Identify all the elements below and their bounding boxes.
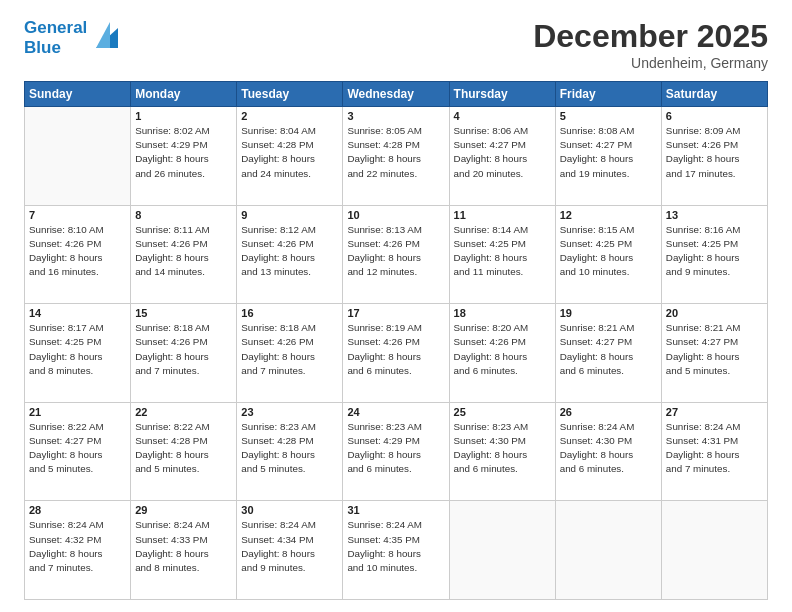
logo: General Blue xyxy=(24,18,122,57)
day-number: 22 xyxy=(135,406,232,418)
calendar-cell: 1Sunrise: 8:02 AM Sunset: 4:29 PM Daylig… xyxy=(131,107,237,206)
calendar-cell: 5Sunrise: 8:08 AM Sunset: 4:27 PM Daylig… xyxy=(555,107,661,206)
day-info: Sunrise: 8:22 AM Sunset: 4:27 PM Dayligh… xyxy=(29,420,126,477)
day-number: 5 xyxy=(560,110,657,122)
calendar-cell: 3Sunrise: 8:05 AM Sunset: 4:28 PM Daylig… xyxy=(343,107,449,206)
calendar-week-row: 14Sunrise: 8:17 AM Sunset: 4:25 PM Dayli… xyxy=(25,304,768,403)
day-number: 2 xyxy=(241,110,338,122)
calendar-cell: 18Sunrise: 8:20 AM Sunset: 4:26 PM Dayli… xyxy=(449,304,555,403)
day-info: Sunrise: 8:08 AM Sunset: 4:27 PM Dayligh… xyxy=(560,124,657,181)
day-info: Sunrise: 8:18 AM Sunset: 4:26 PM Dayligh… xyxy=(135,321,232,378)
day-number: 15 xyxy=(135,307,232,319)
day-info: Sunrise: 8:06 AM Sunset: 4:27 PM Dayligh… xyxy=(454,124,551,181)
calendar-cell: 13Sunrise: 8:16 AM Sunset: 4:25 PM Dayli… xyxy=(661,205,767,304)
calendar-cell: 8Sunrise: 8:11 AM Sunset: 4:26 PM Daylig… xyxy=(131,205,237,304)
day-number: 19 xyxy=(560,307,657,319)
day-info: Sunrise: 8:09 AM Sunset: 4:26 PM Dayligh… xyxy=(666,124,763,181)
day-info: Sunrise: 8:20 AM Sunset: 4:26 PM Dayligh… xyxy=(454,321,551,378)
calendar-cell xyxy=(661,501,767,600)
calendar-week-row: 1Sunrise: 8:02 AM Sunset: 4:29 PM Daylig… xyxy=(25,107,768,206)
calendar-cell: 15Sunrise: 8:18 AM Sunset: 4:26 PM Dayli… xyxy=(131,304,237,403)
location: Undenheim, Germany xyxy=(533,55,768,71)
logo-text: General xyxy=(24,18,87,38)
day-number: 27 xyxy=(666,406,763,418)
logo-icon xyxy=(90,18,122,54)
weekday-header-thursday: Thursday xyxy=(449,82,555,107)
weekday-header-tuesday: Tuesday xyxy=(237,82,343,107)
weekday-header-friday: Friday xyxy=(555,82,661,107)
day-number: 4 xyxy=(454,110,551,122)
calendar-cell: 21Sunrise: 8:22 AM Sunset: 4:27 PM Dayli… xyxy=(25,402,131,501)
day-number: 25 xyxy=(454,406,551,418)
header: General Blue December 2025 Undenheim, Ge… xyxy=(24,18,768,71)
title-block: December 2025 Undenheim, Germany xyxy=(533,18,768,71)
day-info: Sunrise: 8:24 AM Sunset: 4:32 PM Dayligh… xyxy=(29,518,126,575)
day-info: Sunrise: 8:21 AM Sunset: 4:27 PM Dayligh… xyxy=(560,321,657,378)
day-info: Sunrise: 8:14 AM Sunset: 4:25 PM Dayligh… xyxy=(454,223,551,280)
calendar-cell: 23Sunrise: 8:23 AM Sunset: 4:28 PM Dayli… xyxy=(237,402,343,501)
calendar-cell: 4Sunrise: 8:06 AM Sunset: 4:27 PM Daylig… xyxy=(449,107,555,206)
calendar-header-row: SundayMondayTuesdayWednesdayThursdayFrid… xyxy=(25,82,768,107)
calendar-cell: 2Sunrise: 8:04 AM Sunset: 4:28 PM Daylig… xyxy=(237,107,343,206)
calendar-cell xyxy=(449,501,555,600)
calendar-cell: 31Sunrise: 8:24 AM Sunset: 4:35 PM Dayli… xyxy=(343,501,449,600)
day-info: Sunrise: 8:17 AM Sunset: 4:25 PM Dayligh… xyxy=(29,321,126,378)
calendar-cell: 14Sunrise: 8:17 AM Sunset: 4:25 PM Dayli… xyxy=(25,304,131,403)
day-number: 23 xyxy=(241,406,338,418)
calendar-cell: 25Sunrise: 8:23 AM Sunset: 4:30 PM Dayli… xyxy=(449,402,555,501)
day-number: 3 xyxy=(347,110,444,122)
calendar: SundayMondayTuesdayWednesdayThursdayFrid… xyxy=(24,81,768,600)
calendar-cell: 22Sunrise: 8:22 AM Sunset: 4:28 PM Dayli… xyxy=(131,402,237,501)
calendar-cell xyxy=(555,501,661,600)
day-info: Sunrise: 8:02 AM Sunset: 4:29 PM Dayligh… xyxy=(135,124,232,181)
day-number: 1 xyxy=(135,110,232,122)
day-number: 16 xyxy=(241,307,338,319)
calendar-cell: 27Sunrise: 8:24 AM Sunset: 4:31 PM Dayli… xyxy=(661,402,767,501)
calendar-week-row: 21Sunrise: 8:22 AM Sunset: 4:27 PM Dayli… xyxy=(25,402,768,501)
day-number: 9 xyxy=(241,209,338,221)
calendar-cell: 30Sunrise: 8:24 AM Sunset: 4:34 PM Dayli… xyxy=(237,501,343,600)
logo-text2: Blue xyxy=(24,38,87,58)
weekday-header-sunday: Sunday xyxy=(25,82,131,107)
day-info: Sunrise: 8:24 AM Sunset: 4:34 PM Dayligh… xyxy=(241,518,338,575)
calendar-cell: 16Sunrise: 8:18 AM Sunset: 4:26 PM Dayli… xyxy=(237,304,343,403)
day-info: Sunrise: 8:24 AM Sunset: 4:35 PM Dayligh… xyxy=(347,518,444,575)
day-number: 13 xyxy=(666,209,763,221)
day-number: 7 xyxy=(29,209,126,221)
day-info: Sunrise: 8:22 AM Sunset: 4:28 PM Dayligh… xyxy=(135,420,232,477)
day-number: 8 xyxy=(135,209,232,221)
day-number: 24 xyxy=(347,406,444,418)
calendar-cell: 12Sunrise: 8:15 AM Sunset: 4:25 PM Dayli… xyxy=(555,205,661,304)
day-number: 6 xyxy=(666,110,763,122)
day-number: 28 xyxy=(29,504,126,516)
day-number: 26 xyxy=(560,406,657,418)
calendar-cell: 9Sunrise: 8:12 AM Sunset: 4:26 PM Daylig… xyxy=(237,205,343,304)
day-number: 29 xyxy=(135,504,232,516)
day-number: 18 xyxy=(454,307,551,319)
calendar-cell: 17Sunrise: 8:19 AM Sunset: 4:26 PM Dayli… xyxy=(343,304,449,403)
day-info: Sunrise: 8:10 AM Sunset: 4:26 PM Dayligh… xyxy=(29,223,126,280)
day-number: 10 xyxy=(347,209,444,221)
day-info: Sunrise: 8:04 AM Sunset: 4:28 PM Dayligh… xyxy=(241,124,338,181)
day-info: Sunrise: 8:05 AM Sunset: 4:28 PM Dayligh… xyxy=(347,124,444,181)
day-number: 20 xyxy=(666,307,763,319)
day-number: 11 xyxy=(454,209,551,221)
day-number: 31 xyxy=(347,504,444,516)
day-info: Sunrise: 8:21 AM Sunset: 4:27 PM Dayligh… xyxy=(666,321,763,378)
day-info: Sunrise: 8:18 AM Sunset: 4:26 PM Dayligh… xyxy=(241,321,338,378)
calendar-cell: 6Sunrise: 8:09 AM Sunset: 4:26 PM Daylig… xyxy=(661,107,767,206)
calendar-cell: 24Sunrise: 8:23 AM Sunset: 4:29 PM Dayli… xyxy=(343,402,449,501)
day-info: Sunrise: 8:11 AM Sunset: 4:26 PM Dayligh… xyxy=(135,223,232,280)
day-info: Sunrise: 8:23 AM Sunset: 4:30 PM Dayligh… xyxy=(454,420,551,477)
calendar-cell: 10Sunrise: 8:13 AM Sunset: 4:26 PM Dayli… xyxy=(343,205,449,304)
day-info: Sunrise: 8:24 AM Sunset: 4:33 PM Dayligh… xyxy=(135,518,232,575)
svg-marker-1 xyxy=(96,22,110,48)
day-number: 17 xyxy=(347,307,444,319)
calendar-cell: 11Sunrise: 8:14 AM Sunset: 4:25 PM Dayli… xyxy=(449,205,555,304)
calendar-cell: 7Sunrise: 8:10 AM Sunset: 4:26 PM Daylig… xyxy=(25,205,131,304)
weekday-header-wednesday: Wednesday xyxy=(343,82,449,107)
day-info: Sunrise: 8:24 AM Sunset: 4:31 PM Dayligh… xyxy=(666,420,763,477)
day-info: Sunrise: 8:15 AM Sunset: 4:25 PM Dayligh… xyxy=(560,223,657,280)
month-title: December 2025 xyxy=(533,18,768,55)
day-info: Sunrise: 8:12 AM Sunset: 4:26 PM Dayligh… xyxy=(241,223,338,280)
